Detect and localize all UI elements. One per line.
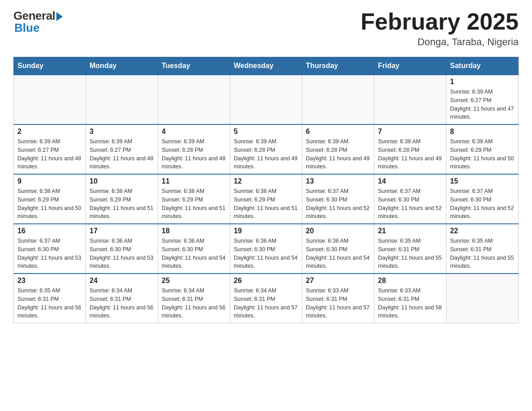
- day-number: 4: [162, 128, 226, 136]
- day-info: Sunrise: 6:38 AM Sunset: 6:29 PM Dayligh…: [450, 137, 515, 171]
- day-info: Sunrise: 6:34 AM Sunset: 6:31 PM Dayligh…: [90, 287, 154, 320]
- day-info: Sunrise: 6:34 AM Sunset: 6:31 PM Dayligh…: [234, 287, 298, 320]
- day-info: Sunrise: 6:38 AM Sunset: 6:29 PM Dayligh…: [90, 187, 154, 221]
- page-header: General Blue February 2025 Donga, Taraba…: [13, 9, 519, 48]
- day-info: Sunrise: 6:37 AM Sunset: 6:30 PM Dayligh…: [378, 187, 442, 221]
- calendar-week-row: 2Sunrise: 6:39 AM Sunset: 6:27 PM Daylig…: [14, 124, 519, 174]
- day-number: 1: [450, 78, 515, 86]
- day-info: Sunrise: 6:39 AM Sunset: 6:28 PM Dayligh…: [306, 137, 370, 171]
- logo-arrow-icon: [56, 12, 63, 21]
- calendar-cell: [86, 75, 158, 124]
- day-info: Sunrise: 6:35 AM Sunset: 6:31 PM Dayligh…: [17, 287, 82, 320]
- day-info: Sunrise: 6:39 AM Sunset: 6:28 PM Dayligh…: [234, 137, 298, 171]
- logo: General Blue: [13, 9, 63, 35]
- day-number: 10: [90, 177, 154, 185]
- day-info: Sunrise: 6:37 AM Sunset: 6:30 PM Dayligh…: [450, 187, 515, 221]
- day-number: 15: [450, 177, 515, 185]
- calendar-cell: 25Sunrise: 6:34 AM Sunset: 6:31 PM Dayli…: [158, 274, 230, 323]
- month-title: February 2025: [360, 9, 519, 34]
- day-info: Sunrise: 6:35 AM Sunset: 6:31 PM Dayligh…: [378, 237, 442, 270]
- calendar-cell: 13Sunrise: 6:37 AM Sunset: 6:30 PM Dayli…: [302, 174, 374, 224]
- calendar-cell: 6Sunrise: 6:39 AM Sunset: 6:28 PM Daylig…: [302, 124, 374, 174]
- day-number: 8: [450, 128, 515, 136]
- day-number: 17: [90, 227, 154, 235]
- calendar-cell: 21Sunrise: 6:35 AM Sunset: 6:31 PM Dayli…: [374, 224, 446, 274]
- calendar-cell: 20Sunrise: 6:36 AM Sunset: 6:30 PM Dayli…: [302, 224, 374, 274]
- calendar-cell: 27Sunrise: 6:33 AM Sunset: 6:31 PM Dayli…: [302, 274, 374, 323]
- day-info: Sunrise: 6:39 AM Sunset: 6:27 PM Dayligh…: [450, 88, 515, 121]
- day-number: 7: [378, 128, 442, 136]
- calendar-cell: [230, 75, 302, 124]
- calendar-cell: [302, 75, 374, 124]
- calendar-cell: 28Sunrise: 6:33 AM Sunset: 6:31 PM Dayli…: [374, 274, 446, 323]
- calendar-cell: 9Sunrise: 6:38 AM Sunset: 6:29 PM Daylig…: [14, 174, 86, 224]
- calendar-table: SundayMondayTuesdayWednesdayThursdayFrid…: [13, 57, 519, 323]
- day-number: 6: [306, 128, 370, 136]
- title-block: February 2025 Donga, Taraba, Nigeria: [360, 9, 519, 48]
- day-info: Sunrise: 6:36 AM Sunset: 6:30 PM Dayligh…: [234, 237, 298, 270]
- calendar-cell: 12Sunrise: 6:38 AM Sunset: 6:29 PM Dayli…: [230, 174, 302, 224]
- day-info: Sunrise: 6:33 AM Sunset: 6:31 PM Dayligh…: [378, 287, 442, 320]
- day-number: 16: [17, 227, 82, 235]
- calendar-cell: 17Sunrise: 6:36 AM Sunset: 6:30 PM Dayli…: [86, 224, 158, 274]
- day-info: Sunrise: 6:34 AM Sunset: 6:31 PM Dayligh…: [162, 287, 226, 320]
- day-number: 18: [162, 227, 226, 235]
- day-info: Sunrise: 6:39 AM Sunset: 6:27 PM Dayligh…: [90, 137, 154, 171]
- calendar-cell: 10Sunrise: 6:38 AM Sunset: 6:29 PM Dayli…: [86, 174, 158, 224]
- calendar-cell: 4Sunrise: 6:39 AM Sunset: 6:28 PM Daylig…: [158, 124, 230, 174]
- calendar-cell: 3Sunrise: 6:39 AM Sunset: 6:27 PM Daylig…: [86, 124, 158, 174]
- day-number: 23: [17, 277, 82, 285]
- day-number: 14: [378, 177, 442, 185]
- calendar-header-row: SundayMondayTuesdayWednesdayThursdayFrid…: [14, 57, 519, 75]
- calendar-cell: 5Sunrise: 6:39 AM Sunset: 6:28 PM Daylig…: [230, 124, 302, 174]
- calendar-cell: [446, 274, 519, 323]
- calendar-week-row: 23Sunrise: 6:35 AM Sunset: 6:31 PM Dayli…: [14, 274, 519, 323]
- day-number: 27: [306, 277, 370, 285]
- day-number: 19: [234, 227, 298, 235]
- calendar-weekday-sunday: Sunday: [14, 57, 86, 75]
- day-number: 9: [17, 177, 82, 185]
- calendar-cell: 26Sunrise: 6:34 AM Sunset: 6:31 PM Dayli…: [230, 274, 302, 323]
- day-info: Sunrise: 6:38 AM Sunset: 6:29 PM Dayligh…: [162, 187, 226, 221]
- calendar-cell: 1Sunrise: 6:39 AM Sunset: 6:27 PM Daylig…: [446, 75, 519, 124]
- day-info: Sunrise: 6:38 AM Sunset: 6:29 PM Dayligh…: [234, 187, 298, 221]
- day-number: 11: [162, 177, 226, 185]
- calendar-cell: [158, 75, 230, 124]
- calendar-cell: 11Sunrise: 6:38 AM Sunset: 6:29 PM Dayli…: [158, 174, 230, 224]
- location-subtitle: Donga, Taraba, Nigeria: [360, 36, 519, 48]
- calendar-cell: 19Sunrise: 6:36 AM Sunset: 6:30 PM Dayli…: [230, 224, 302, 274]
- calendar-cell: 14Sunrise: 6:37 AM Sunset: 6:30 PM Dayli…: [374, 174, 446, 224]
- calendar-cell: 15Sunrise: 6:37 AM Sunset: 6:30 PM Dayli…: [446, 174, 519, 224]
- day-info: Sunrise: 6:39 AM Sunset: 6:27 PM Dayligh…: [17, 137, 82, 171]
- calendar-week-row: 9Sunrise: 6:38 AM Sunset: 6:29 PM Daylig…: [14, 174, 519, 224]
- calendar-cell: 24Sunrise: 6:34 AM Sunset: 6:31 PM Dayli…: [86, 274, 158, 323]
- day-number: 3: [90, 128, 154, 136]
- day-info: Sunrise: 6:39 AM Sunset: 6:28 PM Dayligh…: [162, 137, 226, 171]
- day-info: Sunrise: 6:36 AM Sunset: 6:30 PM Dayligh…: [306, 237, 370, 270]
- day-number: 22: [450, 227, 515, 235]
- calendar-weekday-wednesday: Wednesday: [230, 57, 302, 75]
- calendar-weekday-saturday: Saturday: [446, 57, 519, 75]
- day-info: Sunrise: 6:38 AM Sunset: 6:29 PM Dayligh…: [17, 187, 82, 221]
- calendar-weekday-friday: Friday: [374, 57, 446, 75]
- calendar-cell: 7Sunrise: 6:38 AM Sunset: 6:28 PM Daylig…: [374, 124, 446, 174]
- day-info: Sunrise: 6:36 AM Sunset: 6:30 PM Dayligh…: [90, 237, 154, 270]
- day-number: 2: [17, 128, 82, 136]
- calendar-week-row: 1Sunrise: 6:39 AM Sunset: 6:27 PM Daylig…: [14, 75, 519, 124]
- calendar-cell: [374, 75, 446, 124]
- calendar-cell: 18Sunrise: 6:36 AM Sunset: 6:30 PM Dayli…: [158, 224, 230, 274]
- day-number: 21: [378, 227, 442, 235]
- calendar-weekday-monday: Monday: [86, 57, 158, 75]
- day-number: 12: [234, 177, 298, 185]
- day-number: 20: [306, 227, 370, 235]
- calendar-week-row: 16Sunrise: 6:37 AM Sunset: 6:30 PM Dayli…: [14, 224, 519, 274]
- day-number: 24: [90, 277, 154, 285]
- day-info: Sunrise: 6:37 AM Sunset: 6:30 PM Dayligh…: [306, 187, 370, 221]
- calendar-cell: 16Sunrise: 6:37 AM Sunset: 6:30 PM Dayli…: [14, 224, 86, 274]
- day-info: Sunrise: 6:37 AM Sunset: 6:30 PM Dayligh…: [17, 237, 82, 270]
- calendar-weekday-tuesday: Tuesday: [158, 57, 230, 75]
- calendar-cell: 2Sunrise: 6:39 AM Sunset: 6:27 PM Daylig…: [14, 124, 86, 174]
- day-number: 5: [234, 128, 298, 136]
- calendar-cell: 22Sunrise: 6:35 AM Sunset: 6:31 PM Dayli…: [446, 224, 519, 274]
- day-number: 28: [378, 277, 442, 285]
